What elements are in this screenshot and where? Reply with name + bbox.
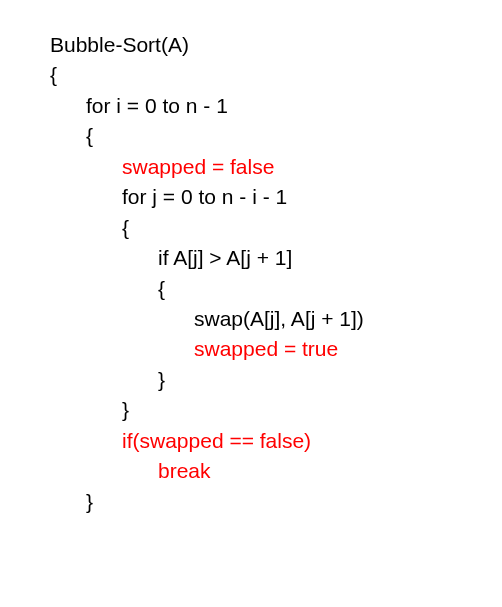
outer-for-loop: for i = 0 to n - 1 xyxy=(50,91,502,121)
inner-for-loop: for j = 0 to n - i - 1 xyxy=(50,182,502,212)
swapped-init: swapped = false xyxy=(50,152,502,182)
outer-open-brace: { xyxy=(50,121,502,151)
if-condition: if A[j] > A[j + 1] xyxy=(50,243,502,273)
swap-call: swap(A[j], A[j + 1]) xyxy=(50,304,502,334)
inner-close-brace: } xyxy=(50,395,502,425)
break-condition: if(swapped == false) xyxy=(50,426,502,456)
function-open-brace: { xyxy=(50,60,502,90)
if-open-brace: { xyxy=(50,274,502,304)
inner-open-brace: { xyxy=(50,213,502,243)
pseudocode-block: Bubble-Sort(A) { for i = 0 to n - 1 { sw… xyxy=(0,0,502,517)
if-close-brace: } xyxy=(50,365,502,395)
break-statement: break xyxy=(50,456,502,486)
function-signature: Bubble-Sort(A) xyxy=(50,30,502,60)
outer-close-brace: } xyxy=(50,487,502,517)
swapped-set: swapped = true xyxy=(50,334,502,364)
